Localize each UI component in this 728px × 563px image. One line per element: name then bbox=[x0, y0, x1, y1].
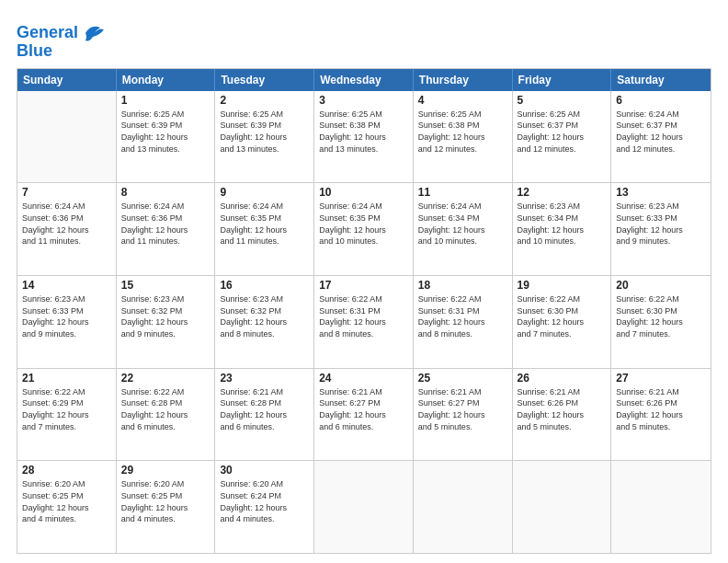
day-info: Sunrise: 6:23 AM Sunset: 6:33 PM Dayligh… bbox=[22, 293, 111, 339]
day-info: Sunrise: 6:20 AM Sunset: 6:24 PM Dayligh… bbox=[220, 478, 309, 524]
header-day-saturday: Saturday bbox=[611, 69, 711, 91]
calendar-cell: 25Sunrise: 6:21 AM Sunset: 6:27 PM Dayli… bbox=[414, 369, 513, 461]
day-number: 14 bbox=[22, 279, 111, 292]
day-info: Sunrise: 6:24 AM Sunset: 6:36 PM Dayligh… bbox=[121, 201, 210, 247]
calendar-row-4: 28Sunrise: 6:20 AM Sunset: 6:25 PM Dayli… bbox=[17, 460, 711, 553]
day-number: 11 bbox=[418, 186, 507, 199]
day-number: 1 bbox=[121, 94, 210, 107]
day-number: 3 bbox=[319, 94, 408, 107]
day-info: Sunrise: 6:23 AM Sunset: 6:32 PM Dayligh… bbox=[220, 293, 309, 339]
day-number: 8 bbox=[121, 186, 210, 199]
header-day-monday: Monday bbox=[117, 69, 216, 91]
header-day-friday: Friday bbox=[513, 69, 612, 91]
day-number: 19 bbox=[518, 279, 607, 292]
day-info: Sunrise: 6:23 AM Sunset: 6:33 PM Dayligh… bbox=[616, 201, 706, 247]
calendar-cell: 3Sunrise: 6:25 AM Sunset: 6:38 PM Daylig… bbox=[314, 91, 414, 183]
calendar-cell bbox=[414, 461, 513, 553]
calendar-cell: 19Sunrise: 6:22 AM Sunset: 6:30 PM Dayli… bbox=[513, 276, 612, 368]
day-info: Sunrise: 6:21 AM Sunset: 6:27 PM Dayligh… bbox=[319, 386, 408, 432]
calendar-cell: 5Sunrise: 6:25 AM Sunset: 6:37 PM Daylig… bbox=[513, 91, 612, 183]
day-info: Sunrise: 6:23 AM Sunset: 6:32 PM Dayligh… bbox=[121, 293, 210, 339]
day-number: 12 bbox=[518, 186, 607, 199]
calendar-cell: 29Sunrise: 6:20 AM Sunset: 6:25 PM Dayli… bbox=[117, 461, 216, 553]
day-info: Sunrise: 6:24 AM Sunset: 6:36 PM Dayligh… bbox=[22, 201, 111, 247]
calendar-cell: 9Sunrise: 6:24 AM Sunset: 6:35 PM Daylig… bbox=[215, 183, 314, 275]
day-number: 24 bbox=[319, 372, 408, 385]
day-info: Sunrise: 6:22 AM Sunset: 6:30 PM Dayligh… bbox=[616, 293, 706, 339]
day-number: 22 bbox=[121, 372, 210, 385]
day-number: 23 bbox=[220, 372, 309, 385]
calendar-cell: 18Sunrise: 6:22 AM Sunset: 6:31 PM Dayli… bbox=[414, 276, 513, 368]
day-info: Sunrise: 6:23 AM Sunset: 6:34 PM Dayligh… bbox=[518, 201, 607, 247]
logo-bird-icon bbox=[80, 20, 106, 46]
calendar-cell bbox=[17, 91, 117, 183]
calendar-cell: 2Sunrise: 6:25 AM Sunset: 6:39 PM Daylig… bbox=[215, 91, 314, 183]
logo: General Blue bbox=[17, 20, 106, 61]
calendar-cell: 13Sunrise: 6:23 AM Sunset: 6:33 PM Dayli… bbox=[611, 183, 711, 275]
calendar-cell: 23Sunrise: 6:21 AM Sunset: 6:28 PM Dayli… bbox=[215, 369, 314, 461]
header-day-tuesday: Tuesday bbox=[215, 69, 314, 91]
day-info: Sunrise: 6:25 AM Sunset: 6:37 PM Dayligh… bbox=[518, 109, 607, 155]
day-number: 10 bbox=[319, 186, 408, 199]
day-info: Sunrise: 6:20 AM Sunset: 6:25 PM Dayligh… bbox=[121, 478, 210, 524]
calendar-cell bbox=[513, 461, 612, 553]
day-number: 20 bbox=[616, 279, 706, 292]
day-number: 30 bbox=[220, 464, 309, 477]
day-info: Sunrise: 6:22 AM Sunset: 6:31 PM Dayligh… bbox=[418, 293, 507, 339]
calendar-cell: 11Sunrise: 6:24 AM Sunset: 6:34 PM Dayli… bbox=[414, 183, 513, 275]
day-info: Sunrise: 6:21 AM Sunset: 6:26 PM Dayligh… bbox=[616, 386, 706, 432]
calendar-cell: 30Sunrise: 6:20 AM Sunset: 6:24 PM Dayli… bbox=[215, 461, 314, 553]
day-info: Sunrise: 6:25 AM Sunset: 6:39 PM Dayligh… bbox=[220, 109, 309, 155]
day-number: 15 bbox=[121, 279, 210, 292]
day-info: Sunrise: 6:25 AM Sunset: 6:38 PM Dayligh… bbox=[319, 109, 408, 155]
day-info: Sunrise: 6:22 AM Sunset: 6:31 PM Dayligh… bbox=[319, 293, 408, 339]
calendar-cell: 7Sunrise: 6:24 AM Sunset: 6:36 PM Daylig… bbox=[17, 183, 117, 275]
day-info: Sunrise: 6:25 AM Sunset: 6:38 PM Dayligh… bbox=[418, 109, 507, 155]
calendar-cell: 15Sunrise: 6:23 AM Sunset: 6:32 PM Dayli… bbox=[117, 276, 216, 368]
day-number: 26 bbox=[518, 372, 607, 385]
day-number: 18 bbox=[418, 279, 507, 292]
calendar-cell: 21Sunrise: 6:22 AM Sunset: 6:29 PM Dayli… bbox=[17, 369, 117, 461]
calendar-row-0: 1Sunrise: 6:25 AM Sunset: 6:39 PM Daylig… bbox=[17, 91, 711, 183]
calendar-cell: 10Sunrise: 6:24 AM Sunset: 6:35 PM Dayli… bbox=[314, 183, 414, 275]
calendar-cell: 17Sunrise: 6:22 AM Sunset: 6:31 PM Dayli… bbox=[314, 276, 414, 368]
day-info: Sunrise: 6:24 AM Sunset: 6:35 PM Dayligh… bbox=[220, 201, 309, 247]
day-number: 29 bbox=[121, 464, 210, 477]
day-number: 5 bbox=[518, 94, 607, 107]
day-info: Sunrise: 6:22 AM Sunset: 6:29 PM Dayligh… bbox=[22, 386, 111, 432]
day-number: 4 bbox=[418, 94, 507, 107]
day-info: Sunrise: 6:21 AM Sunset: 6:27 PM Dayligh… bbox=[418, 386, 507, 432]
calendar-header: SundayMondayTuesdayWednesdayThursdayFrid… bbox=[17, 69, 711, 91]
day-number: 27 bbox=[616, 372, 706, 385]
day-info: Sunrise: 6:25 AM Sunset: 6:39 PM Dayligh… bbox=[121, 109, 210, 155]
day-info: Sunrise: 6:22 AM Sunset: 6:28 PM Dayligh… bbox=[121, 386, 210, 432]
logo-text-general: General bbox=[17, 24, 78, 42]
day-number: 16 bbox=[220, 279, 309, 292]
calendar-cell: 16Sunrise: 6:23 AM Sunset: 6:32 PM Dayli… bbox=[215, 276, 314, 368]
calendar-cell bbox=[314, 461, 414, 553]
day-number: 7 bbox=[22, 186, 111, 199]
header-day-thursday: Thursday bbox=[414, 69, 513, 91]
calendar-cell bbox=[611, 461, 711, 553]
day-info: Sunrise: 6:24 AM Sunset: 6:34 PM Dayligh… bbox=[418, 201, 507, 247]
day-info: Sunrise: 6:21 AM Sunset: 6:28 PM Dayligh… bbox=[220, 386, 309, 432]
day-number: 6 bbox=[616, 94, 706, 107]
calendar-cell: 22Sunrise: 6:22 AM Sunset: 6:28 PM Dayli… bbox=[117, 369, 216, 461]
calendar-cell: 26Sunrise: 6:21 AM Sunset: 6:26 PM Dayli… bbox=[513, 369, 612, 461]
day-number: 13 bbox=[616, 186, 706, 199]
calendar-cell: 28Sunrise: 6:20 AM Sunset: 6:25 PM Dayli… bbox=[17, 461, 117, 553]
calendar-cell: 27Sunrise: 6:21 AM Sunset: 6:26 PM Dayli… bbox=[611, 369, 711, 461]
header-day-wednesday: Wednesday bbox=[314, 69, 414, 91]
day-number: 21 bbox=[22, 372, 111, 385]
calendar-cell: 6Sunrise: 6:24 AM Sunset: 6:37 PM Daylig… bbox=[611, 91, 711, 183]
day-info: Sunrise: 6:21 AM Sunset: 6:26 PM Dayligh… bbox=[518, 386, 607, 432]
calendar-row-2: 14Sunrise: 6:23 AM Sunset: 6:33 PM Dayli… bbox=[17, 275, 711, 368]
day-number: 17 bbox=[319, 279, 408, 292]
day-number: 25 bbox=[418, 372, 507, 385]
calendar-cell: 4Sunrise: 6:25 AM Sunset: 6:38 PM Daylig… bbox=[414, 91, 513, 183]
calendar-cell: 12Sunrise: 6:23 AM Sunset: 6:34 PM Dayli… bbox=[513, 183, 612, 275]
day-number: 28 bbox=[22, 464, 111, 477]
calendar-cell: 14Sunrise: 6:23 AM Sunset: 6:33 PM Dayli… bbox=[17, 276, 117, 368]
calendar-cell: 24Sunrise: 6:21 AM Sunset: 6:27 PM Dayli… bbox=[314, 369, 414, 461]
calendar-cell: 8Sunrise: 6:24 AM Sunset: 6:36 PM Daylig… bbox=[117, 183, 216, 275]
